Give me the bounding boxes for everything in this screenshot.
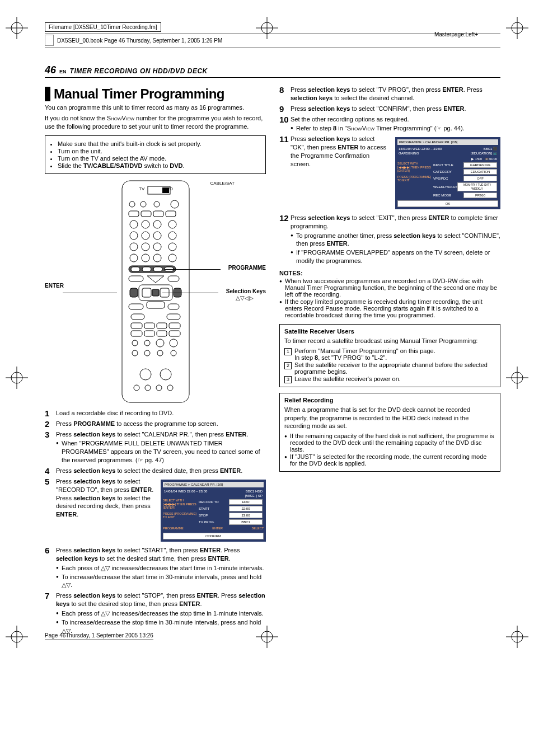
text: Set the satellite receiver to the approp…: [294, 361, 488, 375]
text: ENTER: [197, 592, 218, 599]
step-11: Press selection keys to select "OK", the…: [279, 135, 500, 212]
svg-point-85: [140, 369, 151, 380]
content-columns: Manual Timer Programming You can program…: [45, 83, 500, 637]
osd-cat: [EDUCATION]: [471, 152, 492, 155]
intro-p2: If you do not know the ShowView number f…: [45, 114, 266, 131]
text: ENTER: [56, 511, 77, 518]
svg-point-39: [130, 232, 138, 240]
osd-value: OFF: [463, 176, 497, 181]
sub-item: To increase/decrease the start time in 3…: [56, 573, 266, 590]
osd-channel: BBC1: [246, 490, 255, 493]
text: To increase/decrease the stop time in 30…: [62, 619, 261, 626]
osd-hint: PRESS [PROGRAMME] TO EXIT: [397, 175, 431, 182]
svg-point-45: [153, 243, 161, 251]
sub-item: To programme another timer, press select…: [291, 232, 500, 248]
svg-point-37: [153, 220, 161, 228]
svg-rect-53: [142, 267, 151, 271]
osd-date: 14/01/04 WED 22:00 – 23:00: [399, 147, 442, 151]
prep-item: Slide the TV/CABLE/SAT/DVD switch to DVD…: [58, 162, 261, 169]
step-4: Press selection keys to select the desir…: [45, 467, 266, 475]
left-column: Manual Timer Programming You can program…: [45, 83, 266, 637]
osd-label: REC MODE: [433, 193, 451, 198]
svg-rect-54: [153, 267, 162, 271]
svg-rect-74: [144, 331, 154, 336]
text: to select "STOP", then press: [115, 592, 196, 599]
osd-label: STOP: [199, 513, 208, 518]
step-8: Press selection keys to select "TV PROG"…: [279, 86, 500, 102]
text: TV/CABLE/SAT/DVD: [83, 162, 143, 169]
svg-rect-73: [131, 331, 142, 336]
selection-keys-symbols: △▽◁▷: [236, 295, 254, 301]
svg-point-87: [134, 385, 139, 391]
text: to select "CALENDAR PR.", then press: [115, 431, 226, 438]
svg-rect-69: [131, 323, 142, 328]
text: ENTER: [326, 240, 347, 247]
text: to select the desired channel.: [332, 95, 414, 101]
text: .: [71, 581, 72, 588]
text: selection keys: [291, 95, 332, 101]
text: .: [348, 240, 349, 247]
step-7: Press selection keys to select "STOP", t…: [45, 591, 266, 635]
switch-tv-label: TV: [139, 186, 144, 191]
text: Press: [56, 592, 73, 599]
text: selection keys: [73, 431, 115, 438]
main-heading: Manual Timer Programming: [45, 87, 266, 101]
text: to select "TV PROG", then press: [350, 86, 442, 93]
text: ENTER: [208, 555, 228, 562]
note-item: When two successive programmes are recor…: [279, 278, 500, 298]
osd-hint: PRESS [PROGRAMME] TO EXIT: [163, 512, 196, 519]
text: . Press: [218, 592, 238, 599]
relief-item: If "JUST" is selected for the recording …: [284, 453, 495, 467]
remote-icon: [116, 180, 195, 403]
svg-point-50: [168, 254, 176, 262]
text: Timer Programming" (☞ pg. 44).: [374, 125, 465, 132]
svg-point-86: [160, 369, 171, 380]
text: Press: [56, 478, 73, 485]
svg-point-81: [132, 350, 138, 356]
svg-rect-57: [168, 276, 179, 281]
crop-mark-icon: [506, 626, 528, 648]
step-3: Press selection keys to select "CALENDAR…: [45, 430, 266, 464]
step-10-sub: Refer to step 8 in "ShowView Timer Progr…: [291, 124, 500, 133]
osd-screen-1: PROGRAMME > CALENDAR PR. [2/8] 14/01/04 …: [161, 480, 266, 542]
text: ShowView: [347, 125, 374, 132]
svg-rect-72: [169, 323, 180, 328]
text: selection keys: [73, 495, 115, 501]
crop-mark-icon: [6, 17, 28, 39]
step-7-sub: Each press of △▽ increases/decreases the…: [56, 609, 266, 635]
text: .: [183, 162, 185, 169]
lang-label: EN: [59, 69, 67, 74]
osd-value: MON-FRI / TUE-SAT / WEEKLY: [457, 182, 497, 191]
osd-label: INPUT TITLE: [433, 163, 453, 167]
step-12: Press selection keys to select "EXIT", t…: [279, 214, 500, 265]
osd-value: 22:00: [229, 506, 263, 511]
text: Press: [291, 135, 308, 142]
book-line-text: DX5SEU_00.book Page 46 Thursday, Septemb…: [57, 37, 222, 44]
osd-label: CATEGORY: [433, 170, 452, 174]
text: Each press of: [62, 565, 101, 571]
crop-mark-icon: [6, 367, 28, 389]
satellite-intro: To timer record a satellite broadcast us…: [284, 337, 495, 345]
step-1: Load a recordable disc if recording to D…: [45, 409, 266, 417]
svg-point-82: [144, 350, 150, 356]
osd-crumb: PROGRAMME > CALENDAR PR. [2/8]: [163, 482, 264, 487]
text: .: [241, 467, 242, 474]
sat-step-3: 3Leave the satellite receiver's power on…: [284, 375, 495, 382]
step-9: Press selection keys to select "CONFIRM"…: [279, 105, 500, 113]
right-column: Press selection keys to select "TV PROG"…: [279, 83, 500, 637]
svg-rect-75: [157, 331, 167, 336]
svg-rect-52: [131, 267, 140, 271]
svg-rect-65: [129, 304, 143, 309]
osd-hint: SELECT WITH [◀◀▶▶] THEN PRESS [ENTER]: [163, 499, 196, 510]
osd-value: 23:00: [229, 513, 263, 518]
text: to select "EXIT", then press: [350, 214, 428, 221]
switch-cablesat-label: CABLE/SAT: [210, 181, 235, 186]
remote-diagram: ENTER PROGRAMME Selection Keys △▽◁▷ CABL…: [45, 180, 266, 403]
text: ENTER: [220, 467, 241, 474]
text: . Press: [221, 547, 240, 553]
step-5: Press selection keys to select "RECORD T…: [45, 477, 266, 544]
text: to select "CONFIRM", then press: [350, 105, 443, 112]
svg-point-48: [142, 254, 149, 262]
text: To increase/decrease the start time in 3…: [62, 574, 261, 580]
text: ENTER: [443, 105, 464, 112]
